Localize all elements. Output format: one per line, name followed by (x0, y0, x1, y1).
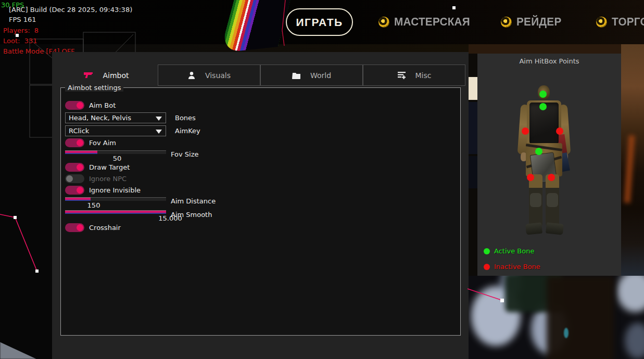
ignore-npc-row: Ignore NPC (65, 174, 84, 183)
slider-fill (65, 210, 166, 214)
aimkey-dropdown[interactable]: RClick (65, 125, 166, 136)
bones-dropdown-value: Head, Neck, Pelvis (69, 114, 131, 122)
ignore-npc-label: Ignore NPC (89, 175, 127, 183)
hitbox-preview-panel: Aim HitBox Points Active Bone Inactive B… (477, 54, 621, 276)
cyan-item (564, 328, 569, 338)
fov-size-label: Fov Size (171, 150, 198, 158)
tab-aimbot[interactable]: Aimbot (55, 65, 158, 86)
aim-smooth-slider[interactable] (65, 210, 166, 214)
menu-item-label: МАСТЕРСКАЯ (394, 15, 470, 29)
menu-item-label: РЕЙДЕР (516, 15, 561, 29)
draw-target-row: Draw Target (65, 163, 84, 172)
gun-icon (84, 72, 93, 79)
fov-size-slider[interactable] (65, 150, 166, 154)
cheat-menu-panel: Aimbot Visuals World Misc Aimbot setting… (52, 52, 469, 359)
toggle-knob (66, 175, 73, 182)
play-button-label: ИГРАТЬ (296, 16, 343, 29)
aim-smooth-label: Aim Smooth (171, 211, 212, 219)
coin-icon (596, 17, 607, 28)
aim-distance-label: Aim Distance (171, 197, 216, 205)
game-world-strip-right (469, 44, 644, 54)
game-world-building (469, 77, 477, 100)
model-right-kneepad (547, 193, 558, 207)
bone-dot-right-knee[interactable] (548, 174, 555, 181)
folder-icon (292, 72, 301, 79)
fov-size-row: 50 Fov Size (65, 150, 166, 154)
dark-structure (547, 276, 614, 359)
bone-dot-left-knee[interactable] (527, 174, 534, 181)
game-world-bottom (469, 276, 644, 359)
menu-item-workshop[interactable]: МАСТЕРСКАЯ (378, 15, 475, 29)
aimbot-settings-group: Aimbot settings Aim Bot Head, Neck, Pelv… (60, 87, 461, 336)
aim-distance-value: 150 (87, 201, 100, 209)
crosshair-toggle[interactable] (65, 223, 84, 232)
fov-aim-row: Fov Aim (65, 138, 84, 147)
players-counter: Players: 8 (3, 27, 39, 34)
light-blob (625, 323, 644, 359)
model-left-kneepad (530, 193, 541, 207)
slider-fill (65, 150, 97, 154)
toggle-knob (77, 102, 83, 109)
menu-item-raider[interactable]: РЕЙДЕР (501, 15, 564, 29)
green-dot-icon (484, 248, 490, 254)
chevron-down-icon (156, 117, 162, 121)
menu-item-trader[interactable]: ТОРГО (596, 15, 644, 29)
menu-item-label: ТОРГО (612, 15, 644, 29)
chevron-down-icon (156, 130, 162, 134)
bone-dot-right-arm[interactable] (556, 127, 563, 135)
bones-dropdown[interactable]: Head, Neck, Pelvis (65, 112, 166, 123)
aim-bot-toggle[interactable] (65, 101, 84, 110)
build-info: [ARC] Build (Dec 28 2025, 09:43:38) (9, 6, 132, 13)
group-title: Aimbot settings (65, 84, 123, 92)
fov-aim-label: Fov Aim (89, 139, 116, 147)
game-world-left (0, 44, 52, 359)
model-left-boot (525, 222, 542, 235)
play-button[interactable]: ИГРАТЬ (286, 8, 353, 36)
aimkey-row: RClick AimKey (65, 125, 166, 136)
draw-target-label: Draw Target (89, 163, 130, 171)
game-world-window (469, 156, 477, 188)
person-icon (187, 71, 196, 80)
bone-dot-neck[interactable] (539, 103, 547, 110)
legend-label: Inactive Bone (494, 263, 540, 271)
fov-aim-toggle[interactable] (65, 138, 84, 147)
red-dot-icon (484, 264, 490, 270)
bone-dot-left-arm[interactable] (522, 127, 529, 135)
ignore-invisible-label: Ignore Invisible (89, 186, 141, 194)
bones-label: Bones (175, 114, 196, 122)
coin-icon (501, 17, 512, 28)
ignore-invisible-toggle[interactable] (65, 186, 84, 195)
tab-label: Visuals (205, 71, 231, 80)
slider-fill (65, 197, 91, 201)
aimbot-toggle-row: Aim Bot (65, 101, 84, 110)
tab-visuals[interactable]: Visuals (158, 65, 260, 86)
aimkey-label: AimKey (175, 127, 200, 135)
fps-counter: FPS 161 (9, 16, 36, 23)
bone-dot-pelvis[interactable] (535, 148, 542, 155)
player-model-preview (477, 54, 621, 276)
toggle-knob (77, 224, 83, 231)
aim-smooth-row: 15.000 Aim Smooth (65, 210, 166, 214)
bone-dot-head[interactable] (539, 91, 547, 98)
legend-active-bone: Active Bone (484, 247, 534, 255)
tab-label: Misc (415, 71, 432, 80)
legend-label: Active Bone (494, 247, 534, 255)
tab-misc[interactable]: Misc (363, 65, 465, 86)
loot-counter: Loot: 331 (3, 37, 37, 44)
tab-world[interactable]: World (260, 65, 363, 86)
game-world-window (469, 102, 477, 154)
toggle-knob (77, 139, 83, 146)
aim-distance-row: 150 Aim Distance (65, 197, 166, 201)
bones-row: Head, Neck, Pelvis Bones (65, 112, 166, 123)
aim-distance-slider[interactable] (65, 197, 166, 201)
aim-bot-label: Aim Bot (89, 101, 116, 109)
light-blob (617, 276, 644, 312)
ignore-invisible-row: Ignore Invisible (65, 186, 84, 195)
ignore-npc-toggle[interactable] (65, 174, 84, 183)
draw-target-toggle[interactable] (65, 163, 84, 172)
game-screen: { "hud": { "fps_overlay": "30 FPS", "bui… (0, 0, 644, 359)
fov-size-value: 50 (113, 155, 122, 162)
sliders-plus-icon (397, 71, 406, 79)
coin-icon (378, 17, 389, 28)
crosshair-label: Crosshair (89, 224, 121, 232)
